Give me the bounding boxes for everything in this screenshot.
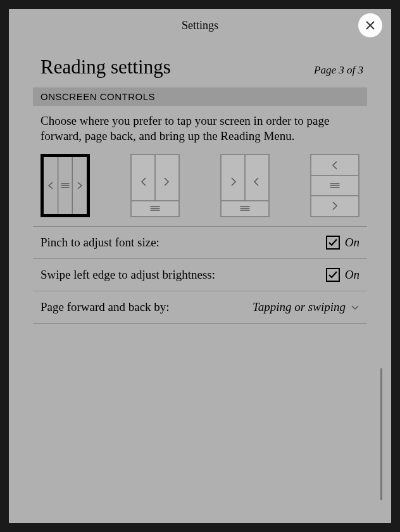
layout-options-row bbox=[33, 154, 367, 226]
content-area: ONSCREEN CONTROLS Choose where you prefe… bbox=[33, 87, 367, 324]
chevron-down-icon bbox=[351, 303, 359, 312]
close-icon bbox=[366, 21, 375, 30]
setting-pinch-value: On bbox=[326, 236, 359, 250]
page-indicator: Page 3 of 3 bbox=[314, 64, 363, 77]
setting-swipe-label: Swipe left edge to adjust brightness: bbox=[41, 268, 215, 282]
section-header: ONSCREEN CONTROLS bbox=[33, 87, 367, 106]
close-button[interactable] bbox=[358, 13, 382, 37]
checkbox-pinch[interactable] bbox=[326, 236, 340, 250]
settings-modal: Settings Reading settings Page 3 of 3 ON… bbox=[9, 9, 391, 523]
setting-swipe-value: On bbox=[326, 268, 359, 282]
setting-swipe-row[interactable]: Swipe left edge to adjust brightness: On bbox=[33, 258, 367, 291]
setting-pageforward-row[interactable]: Page forward and back by: Tapping or swi… bbox=[33, 291, 367, 324]
layout-option-4[interactable] bbox=[310, 154, 359, 217]
scrollbar[interactable] bbox=[380, 100, 382, 500]
setting-swipe-status: On bbox=[345, 268, 359, 282]
setting-pinch-status: On bbox=[345, 236, 359, 250]
section-instruction: Choose where you prefer to tap your scre… bbox=[33, 106, 367, 154]
check-icon bbox=[328, 270, 338, 280]
modal-header: Settings bbox=[9, 9, 391, 42]
page-heading: Reading settings bbox=[41, 56, 171, 79]
scrollbar-thumb[interactable] bbox=[380, 368, 382, 500]
setting-pinch-row[interactable]: Pinch to adjust font size: On bbox=[33, 226, 367, 258]
checkbox-swipe[interactable] bbox=[326, 268, 340, 282]
page-heading-row: Reading settings Page 3 of 3 bbox=[9, 42, 391, 87]
pageforward-value: Tapping or swiping bbox=[253, 300, 346, 314]
layout-option-1[interactable] bbox=[41, 154, 90, 217]
layout-option-2[interactable] bbox=[130, 154, 180, 217]
modal-title: Settings bbox=[182, 19, 218, 32]
pageforward-dropdown[interactable]: Tapping or swiping bbox=[253, 300, 359, 314]
setting-pinch-label: Pinch to adjust font size: bbox=[41, 236, 159, 250]
check-icon bbox=[328, 238, 338, 248]
layout-option-3[interactable] bbox=[220, 154, 270, 217]
setting-pageforward-label: Page forward and back by: bbox=[41, 300, 170, 314]
